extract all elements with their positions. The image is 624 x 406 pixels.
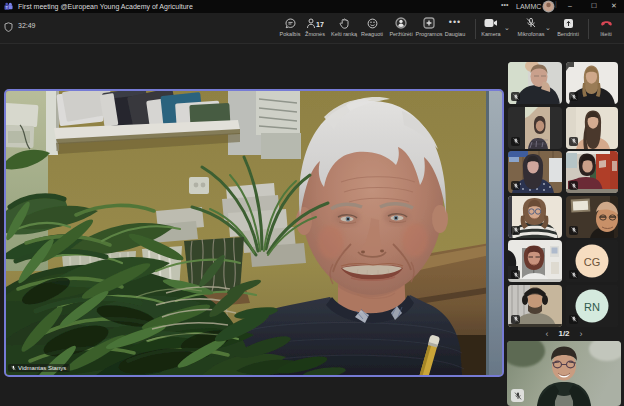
- svg-text:RN: RN: [584, 300, 600, 312]
- svg-text:17: 17: [316, 20, 324, 27]
- svg-text:CG: CG: [584, 256, 601, 268]
